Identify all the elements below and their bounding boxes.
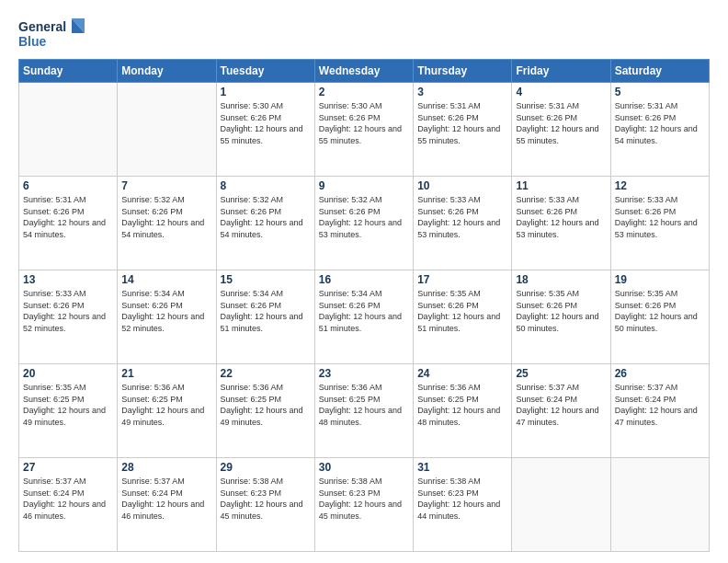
calendar-cell xyxy=(19,83,118,177)
calendar-cell: 22Sunrise: 5:36 AM Sunset: 6:25 PM Dayli… xyxy=(216,364,314,458)
calendar: SundayMondayTuesdayWednesdayThursdayFrid… xyxy=(18,59,710,552)
calendar-cell: 19Sunrise: 5:35 AM Sunset: 6:26 PM Dayli… xyxy=(610,270,709,364)
day-number: 26 xyxy=(615,367,705,380)
day-number: 17 xyxy=(417,273,507,286)
day-number: 8 xyxy=(221,179,311,192)
svg-text:General: General xyxy=(18,19,66,34)
day-number: 19 xyxy=(615,273,705,286)
day-info: Sunrise: 5:38 AM Sunset: 6:23 PM Dayligh… xyxy=(221,476,311,522)
day-number: 22 xyxy=(221,367,311,380)
day-info: Sunrise: 5:36 AM Sunset: 6:25 PM Dayligh… xyxy=(417,382,507,428)
day-info: Sunrise: 5:36 AM Sunset: 6:25 PM Dayligh… xyxy=(221,382,311,428)
day-number: 15 xyxy=(221,273,311,286)
logo: GeneralBlue xyxy=(18,15,92,52)
day-number: 30 xyxy=(319,461,409,474)
calendar-cell: 29Sunrise: 5:38 AM Sunset: 6:23 PM Dayli… xyxy=(216,458,314,552)
day-info: Sunrise: 5:33 AM Sunset: 6:26 PM Dayligh… xyxy=(23,288,113,334)
day-number: 27 xyxy=(23,461,113,474)
day-info: Sunrise: 5:30 AM Sunset: 6:26 PM Dayligh… xyxy=(221,100,311,146)
day-info: Sunrise: 5:33 AM Sunset: 6:26 PM Dayligh… xyxy=(615,194,705,240)
calendar-cell: 8Sunrise: 5:32 AM Sunset: 6:26 PM Daylig… xyxy=(216,177,314,270)
day-info: Sunrise: 5:38 AM Sunset: 6:23 PM Dayligh… xyxy=(319,476,409,522)
day-number: 25 xyxy=(516,367,606,380)
calendar-cell xyxy=(610,458,709,552)
calendar-cell: 7Sunrise: 5:32 AM Sunset: 6:26 PM Daylig… xyxy=(118,177,216,270)
calendar-cell: 9Sunrise: 5:32 AM Sunset: 6:26 PM Daylig… xyxy=(314,177,413,270)
day-info: Sunrise: 5:34 AM Sunset: 6:26 PM Dayligh… xyxy=(319,288,409,334)
day-info: Sunrise: 5:33 AM Sunset: 6:26 PM Dayligh… xyxy=(516,194,606,240)
day-info: Sunrise: 5:36 AM Sunset: 6:25 PM Dayligh… xyxy=(319,382,409,428)
calendar-cell: 10Sunrise: 5:33 AM Sunset: 6:26 PM Dayli… xyxy=(414,177,512,270)
day-number: 24 xyxy=(417,367,507,380)
day-info: Sunrise: 5:32 AM Sunset: 6:26 PM Dayligh… xyxy=(319,194,409,240)
day-info: Sunrise: 5:37 AM Sunset: 6:24 PM Dayligh… xyxy=(23,476,113,522)
day-number: 3 xyxy=(417,86,507,98)
day-info: Sunrise: 5:38 AM Sunset: 6:23 PM Dayligh… xyxy=(417,476,507,522)
weekday-header: Monday xyxy=(118,60,216,83)
day-info: Sunrise: 5:37 AM Sunset: 6:24 PM Dayligh… xyxy=(121,476,211,522)
calendar-cell: 21Sunrise: 5:36 AM Sunset: 6:25 PM Dayli… xyxy=(118,364,216,458)
calendar-cell: 25Sunrise: 5:37 AM Sunset: 6:24 PM Dayli… xyxy=(512,364,610,458)
day-info: Sunrise: 5:34 AM Sunset: 6:26 PM Dayligh… xyxy=(221,288,311,334)
calendar-cell: 2Sunrise: 5:30 AM Sunset: 6:26 PM Daylig… xyxy=(314,83,413,177)
svg-text:Blue: Blue xyxy=(18,34,47,49)
day-number: 16 xyxy=(319,273,409,286)
weekday-header: Saturday xyxy=(610,60,709,83)
day-number: 9 xyxy=(319,179,409,192)
weekday-header: Tuesday xyxy=(216,60,314,83)
calendar-cell: 3Sunrise: 5:31 AM Sunset: 6:26 PM Daylig… xyxy=(414,83,512,177)
day-info: Sunrise: 5:32 AM Sunset: 6:26 PM Dayligh… xyxy=(121,194,211,240)
day-number: 13 xyxy=(23,273,113,286)
day-number: 1 xyxy=(221,86,311,98)
calendar-cell: 13Sunrise: 5:33 AM Sunset: 6:26 PM Dayli… xyxy=(19,270,118,364)
calendar-cell: 15Sunrise: 5:34 AM Sunset: 6:26 PM Dayli… xyxy=(216,270,314,364)
day-number: 29 xyxy=(221,461,311,474)
logo-icon: GeneralBlue xyxy=(18,15,92,52)
day-info: Sunrise: 5:31 AM Sunset: 6:26 PM Dayligh… xyxy=(417,100,507,146)
day-info: Sunrise: 5:37 AM Sunset: 6:24 PM Dayligh… xyxy=(615,382,705,428)
calendar-cell: 18Sunrise: 5:35 AM Sunset: 6:26 PM Dayli… xyxy=(512,270,610,364)
calendar-cell: 27Sunrise: 5:37 AM Sunset: 6:24 PM Dayli… xyxy=(19,458,118,552)
weekday-header: Sunday xyxy=(19,60,118,83)
weekday-header: Wednesday xyxy=(314,60,413,83)
day-number: 31 xyxy=(417,461,507,474)
calendar-cell: 4Sunrise: 5:31 AM Sunset: 6:26 PM Daylig… xyxy=(512,83,610,177)
day-info: Sunrise: 5:31 AM Sunset: 6:26 PM Dayligh… xyxy=(23,194,113,240)
calendar-cell: 31Sunrise: 5:38 AM Sunset: 6:23 PM Dayli… xyxy=(414,458,512,552)
day-info: Sunrise: 5:31 AM Sunset: 6:26 PM Dayligh… xyxy=(615,100,705,146)
day-number: 6 xyxy=(23,179,113,192)
day-number: 4 xyxy=(516,86,606,98)
day-info: Sunrise: 5:37 AM Sunset: 6:24 PM Dayligh… xyxy=(516,382,606,428)
calendar-cell xyxy=(512,458,610,552)
day-number: 10 xyxy=(417,179,507,192)
weekday-header: Thursday xyxy=(414,60,512,83)
calendar-cell: 23Sunrise: 5:36 AM Sunset: 6:25 PM Dayli… xyxy=(314,364,413,458)
day-number: 23 xyxy=(319,367,409,380)
day-info: Sunrise: 5:35 AM Sunset: 6:26 PM Dayligh… xyxy=(516,288,606,334)
day-number: 7 xyxy=(121,179,211,192)
calendar-cell: 12Sunrise: 5:33 AM Sunset: 6:26 PM Dayli… xyxy=(610,177,709,270)
day-info: Sunrise: 5:36 AM Sunset: 6:25 PM Dayligh… xyxy=(121,382,211,428)
calendar-cell: 1Sunrise: 5:30 AM Sunset: 6:26 PM Daylig… xyxy=(216,83,314,177)
calendar-cell xyxy=(118,83,216,177)
calendar-cell: 30Sunrise: 5:38 AM Sunset: 6:23 PM Dayli… xyxy=(314,458,413,552)
day-number: 28 xyxy=(121,461,211,474)
day-info: Sunrise: 5:35 AM Sunset: 6:26 PM Dayligh… xyxy=(615,288,705,334)
day-info: Sunrise: 5:35 AM Sunset: 6:25 PM Dayligh… xyxy=(23,382,113,428)
calendar-cell: 17Sunrise: 5:35 AM Sunset: 6:26 PM Dayli… xyxy=(414,270,512,364)
day-number: 14 xyxy=(121,273,211,286)
day-info: Sunrise: 5:34 AM Sunset: 6:26 PM Dayligh… xyxy=(121,288,211,334)
day-number: 18 xyxy=(516,273,606,286)
calendar-cell: 26Sunrise: 5:37 AM Sunset: 6:24 PM Dayli… xyxy=(610,364,709,458)
day-number: 2 xyxy=(319,86,409,98)
calendar-cell: 14Sunrise: 5:34 AM Sunset: 6:26 PM Dayli… xyxy=(118,270,216,364)
weekday-header: Friday xyxy=(512,60,610,83)
day-info: Sunrise: 5:30 AM Sunset: 6:26 PM Dayligh… xyxy=(319,100,409,146)
calendar-cell: 28Sunrise: 5:37 AM Sunset: 6:24 PM Dayli… xyxy=(118,458,216,552)
day-info: Sunrise: 5:32 AM Sunset: 6:26 PM Dayligh… xyxy=(221,194,311,240)
calendar-cell: 20Sunrise: 5:35 AM Sunset: 6:25 PM Dayli… xyxy=(19,364,118,458)
day-info: Sunrise: 5:35 AM Sunset: 6:26 PM Dayligh… xyxy=(417,288,507,334)
day-number: 11 xyxy=(516,179,606,192)
day-number: 5 xyxy=(615,86,705,98)
calendar-cell: 5Sunrise: 5:31 AM Sunset: 6:26 PM Daylig… xyxy=(610,83,709,177)
